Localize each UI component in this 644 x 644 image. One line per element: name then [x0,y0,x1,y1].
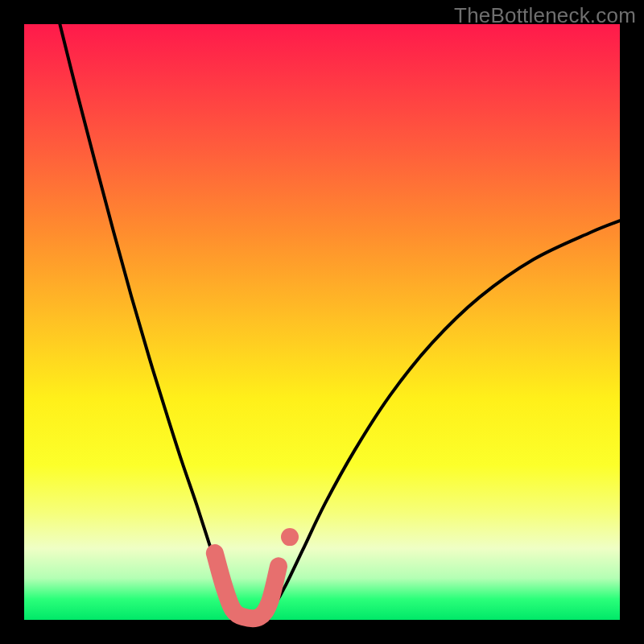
valley-marker [215,553,279,618]
valley-marker-dot [281,528,299,546]
chart-frame: TheBottleneck.com [0,0,644,644]
curve-left [60,24,242,618]
curve-layer [24,24,620,620]
curve-right [266,221,620,618]
